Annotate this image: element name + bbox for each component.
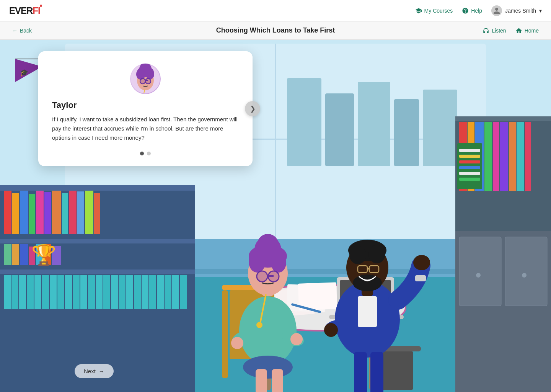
svg-point-148 — [368, 245, 385, 263]
character-name: Taylor — [52, 100, 239, 110]
svg-rect-75 — [455, 116, 551, 121]
svg-rect-36 — [4, 244, 11, 265]
svg-rect-99 — [369, 321, 376, 390]
svg-rect-42 — [52, 246, 61, 265]
svg-rect-113 — [375, 351, 413, 390]
svg-rect-167 — [145, 80, 148, 81]
my-courses-label: My Courses — [424, 8, 453, 14]
user-avatar-icon — [491, 5, 502, 16]
svg-text:🎓: 🎓 — [20, 69, 29, 77]
svg-rect-150 — [358, 266, 367, 273]
svg-point-107 — [362, 292, 369, 299]
svg-point-120 — [248, 251, 288, 296]
next-button[interactable]: Next → — [75, 364, 114, 378]
svg-rect-56 — [103, 275, 110, 309]
svg-rect-8 — [287, 78, 321, 166]
svg-point-116 — [280, 328, 306, 349]
svg-rect-48 — [42, 275, 49, 309]
svg-rect-85 — [457, 143, 482, 189]
svg-rect-35 — [94, 193, 100, 234]
svg-rect-133 — [272, 369, 283, 392]
svg-rect-60 — [134, 275, 141, 309]
dialog-card: Taylor If I qualify, I want to take a su… — [38, 51, 253, 166]
svg-point-149 — [353, 274, 382, 291]
svg-point-137 — [256, 322, 262, 328]
svg-text:🏆: 🏆 — [31, 243, 56, 267]
svg-rect-11 — [394, 99, 419, 166]
svg-rect-83 — [517, 122, 524, 191]
svg-rect-111 — [268, 290, 274, 378]
svg-rect-37 — [12, 244, 19, 265]
svg-point-96 — [522, 273, 527, 278]
svg-point-122 — [254, 236, 281, 263]
svg-rect-109 — [230, 290, 268, 359]
card-next-arrow[interactable]: ❯ — [245, 101, 260, 116]
svg-rect-9 — [325, 93, 354, 166]
dialog-message: If I qualify, I want to take a subsidize… — [52, 115, 239, 142]
svg-point-145 — [346, 245, 388, 291]
dialog-dot-2[interactable] — [147, 152, 151, 155]
home-label: Home — [525, 28, 539, 34]
svg-rect-30 — [52, 191, 61, 234]
svg-rect-44 — [11, 275, 18, 309]
svg-rect-53 — [80, 275, 87, 309]
svg-rect-18 — [0, 239, 551, 277]
svg-point-118 — [290, 333, 303, 345]
scene: 🏆 🎓 🔥 — [0, 40, 551, 392]
svg-rect-93 — [459, 237, 501, 306]
my-courses-link[interactable]: My Courses — [415, 7, 453, 14]
svg-rect-20 — [0, 185, 195, 392]
svg-rect-90 — [459, 172, 480, 175]
svg-rect-88 — [459, 160, 480, 163]
svg-rect-57 — [111, 275, 118, 309]
svg-rect-46 — [27, 275, 34, 309]
svg-rect-119 — [262, 281, 274, 296]
svg-rect-82 — [509, 122, 516, 191]
svg-point-147 — [349, 246, 366, 264]
dialog-pagination — [52, 152, 239, 155]
svg-rect-21 — [0, 185, 195, 191]
svg-point-117 — [231, 337, 243, 349]
svg-rect-25 — [12, 193, 19, 234]
svg-rect-112 — [367, 346, 421, 351]
svg-rect-51 — [65, 275, 72, 309]
svg-rect-34 — [85, 191, 93, 234]
user-menu[interactable]: James Smith ▾ — [491, 5, 542, 16]
svg-rect-65 — [172, 275, 179, 309]
home-icon — [515, 27, 522, 34]
svg-point-161 — [136, 69, 145, 80]
svg-point-138 — [335, 281, 400, 358]
svg-line-136 — [260, 294, 266, 323]
svg-point-130 — [268, 271, 279, 282]
svg-point-121 — [249, 245, 287, 268]
svg-rect-74 — [455, 116, 551, 392]
svg-rect-26 — [20, 191, 28, 234]
svg-rect-29 — [44, 192, 51, 234]
svg-point-129 — [257, 271, 267, 282]
svg-point-124 — [271, 253, 286, 273]
back-button[interactable]: ← Back — [12, 28, 32, 34]
svg-rect-154 — [370, 352, 383, 392]
svg-rect-79 — [484, 122, 492, 191]
svg-point-131 — [243, 356, 293, 379]
svg-point-140 — [323, 318, 350, 336]
dialog-dot-1[interactable] — [140, 152, 144, 155]
svg-rect-10 — [358, 82, 390, 166]
svg-point-146 — [348, 240, 386, 261]
svg-rect-151 — [369, 266, 379, 273]
svg-rect-108 — [222, 285, 276, 290]
svg-rect-105 — [340, 280, 391, 311]
back-label: Back — [20, 28, 32, 34]
svg-rect-144 — [362, 277, 373, 296]
svg-rect-78 — [475, 122, 484, 191]
listen-button[interactable]: Listen — [483, 27, 506, 34]
svg-point-165 — [140, 78, 145, 84]
help-link[interactable]: Help — [462, 7, 482, 14]
svg-rect-50 — [57, 275, 64, 309]
help-icon — [462, 7, 469, 14]
arrow-icon: ❯ — [250, 105, 256, 113]
svg-rect-128 — [267, 275, 274, 277]
svg-point-95 — [476, 273, 481, 278]
svg-rect-139 — [358, 296, 377, 327]
home-button[interactable]: Home — [515, 27, 539, 34]
